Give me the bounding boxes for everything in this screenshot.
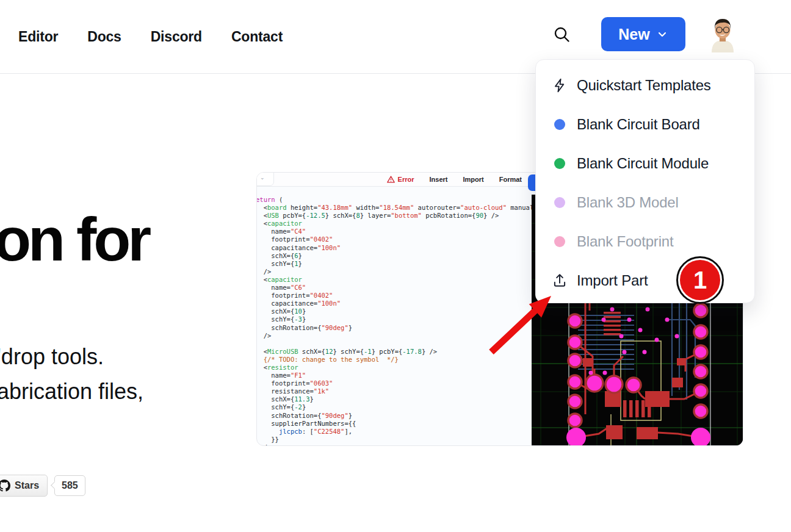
- menu-item-label: Blank Circuit Module: [577, 155, 709, 172]
- warning-icon: [387, 176, 395, 183]
- avatar[interactable]: [706, 16, 740, 52]
- hero-heading: on for: [0, 207, 148, 271]
- page: EditorDocsDiscordContact New: [0, 0, 791, 532]
- color-dot: [554, 236, 565, 247]
- annotation-badge: 1: [676, 256, 724, 304]
- menu-item-label: Blank Footprint: [577, 233, 673, 250]
- menu-item-blank-3d-model[interactable]: Blank 3D Model: [536, 183, 754, 222]
- upload-icon: [551, 273, 568, 289]
- menu-item-blank-circuit-module[interactable]: Blank Circuit Module: [536, 144, 754, 183]
- nav-link-discord[interactable]: Discord: [151, 29, 202, 45]
- github-octocat-icon: [0, 480, 10, 492]
- lightning-icon: [551, 77, 568, 93]
- hero-paragraph: 'drop tools. abrication files,: [0, 339, 143, 409]
- menu-item-label: Import Part: [577, 272, 648, 289]
- nav-link-docs[interactable]: Docs: [87, 29, 121, 45]
- color-dot: [554, 158, 565, 169]
- menu-item-blank-footprint[interactable]: Blank Footprint: [536, 222, 754, 261]
- code-content[interactable]: eturn ( <board height="43.18mm" width="1…: [256, 196, 532, 445]
- error-indicator[interactable]: Error: [387, 176, 414, 183]
- search-icon[interactable]: [552, 25, 572, 45]
- annotation-badge-number: 1: [693, 267, 707, 294]
- chevron-down-icon: [656, 28, 668, 40]
- new-button-label: New: [618, 26, 649, 43]
- github-stars-widget: Stars 585: [0, 475, 85, 497]
- nav-link-editor[interactable]: Editor: [18, 29, 58, 45]
- editor-tab[interactable]: ⌄: [256, 172, 274, 186]
- new-button[interactable]: New: [601, 17, 685, 51]
- menu-item-quickstart-templates[interactable]: Quickstart Templates: [536, 66, 754, 105]
- new-dropdown-menu: Quickstart TemplatesBlank Circuit BoardB…: [535, 59, 755, 303]
- menu-item-blank-circuit-board[interactable]: Blank Circuit Board: [536, 105, 754, 144]
- color-dot: [554, 197, 565, 208]
- toolbar-insert[interactable]: Insert: [430, 176, 448, 183]
- hero-paragraph-line: abrication files,: [0, 374, 143, 409]
- menu-item-label: Blank 3D Model: [577, 194, 679, 211]
- github-star-count[interactable]: 585: [54, 475, 85, 496]
- toolbar-format[interactable]: Format: [499, 176, 522, 183]
- color-dot: [554, 119, 565, 130]
- toolbar-import[interactable]: Import: [463, 176, 483, 183]
- hero-paragraph-line: 'drop tools.: [0, 339, 143, 374]
- nav-link-contact[interactable]: Contact: [231, 29, 283, 45]
- nav-links: EditorDocsDiscordContact: [18, 0, 283, 73]
- menu-item-label: Blank Circuit Board: [577, 116, 700, 133]
- menu-item-label: Quickstart Templates: [577, 77, 711, 94]
- github-stars-label: Stars: [15, 480, 39, 491]
- github-stars-button[interactable]: Stars: [0, 475, 48, 497]
